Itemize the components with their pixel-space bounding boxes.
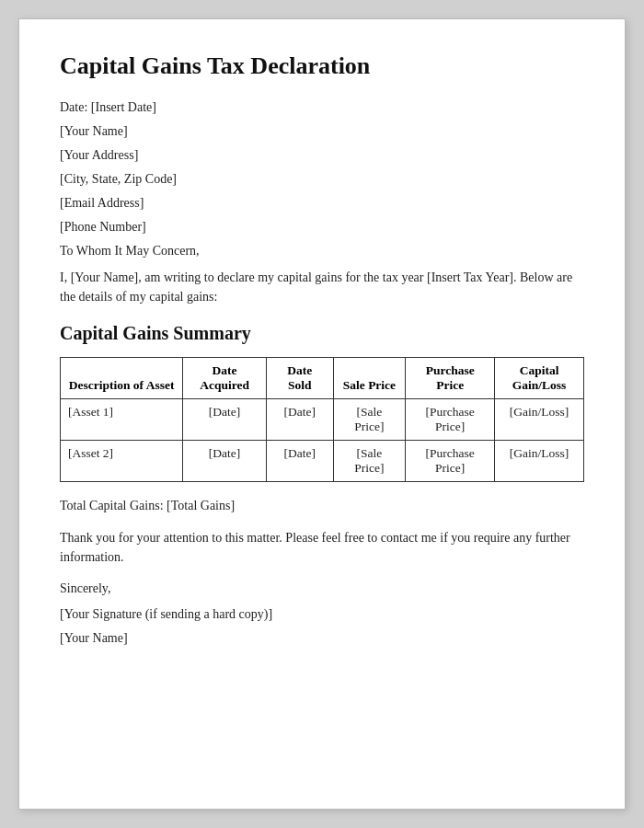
summary-section-title: Capital Gains Summary	[60, 323, 584, 344]
asset2-date-acquired: [Date]	[183, 441, 267, 482]
col-header-sale-price: Sale Price	[333, 358, 406, 399]
signature-line: [Your Signature (if sending a hard copy)…	[60, 607, 584, 622]
asset1-purchase-price: [Purchase Price]	[406, 399, 495, 441]
email-field: [Email Address]	[60, 196, 584, 211]
document-title: Capital Gains Tax Declaration	[60, 52, 584, 80]
asset2-purchase-price: [Purchase Price]	[406, 441, 495, 482]
asset1-date-acquired: [Date]	[183, 399, 267, 441]
asset2-date-sold: [Date]	[266, 441, 333, 482]
closing-paragraph: Thank you for your attention to this mat…	[60, 528, 584, 567]
name-field: [Your Name]	[60, 124, 584, 139]
total-capital-gains: Total Capital Gains: [Total Gains]	[60, 499, 584, 513]
final-name: [Your Name]	[60, 631, 584, 646]
date-field: Date: [Insert Date]	[60, 100, 584, 115]
asset2-sale-price: [Sale Price]	[333, 441, 406, 482]
address-field: [Your Address]	[60, 148, 584, 163]
asset1-gain-loss: [Gain/Loss]	[495, 399, 584, 441]
table-row: [Asset 1] [Date] [Date] [Sale Price] [Pu…	[61, 399, 584, 441]
sincerely-text: Sincerely,	[60, 581, 584, 596]
salutation-text: To Whom It May Concern,	[60, 244, 584, 259]
col-header-date-acquired: Date Acquired	[183, 358, 267, 399]
asset1-date-sold: [Date]	[266, 399, 333, 441]
asset2-gain-loss: [Gain/Loss]	[495, 441, 584, 482]
col-header-gain-loss: Capital Gain/Loss	[495, 358, 584, 399]
capital-gains-table: Description of Asset Date Acquired Date …	[60, 357, 584, 482]
table-header-row: Description of Asset Date Acquired Date …	[61, 358, 584, 399]
col-header-date-sold: Date Sold	[266, 358, 333, 399]
col-header-purchase-price: Purchase Price	[406, 358, 495, 399]
asset1-description: [Asset 1]	[61, 399, 183, 441]
col-header-description: Description of Asset	[61, 358, 183, 399]
asset1-sale-price: [Sale Price]	[333, 399, 406, 441]
document-container: Capital Gains Tax Declaration Date: [Ins…	[18, 18, 626, 810]
asset2-description: [Asset 2]	[61, 441, 183, 482]
city-field: [City, State, Zip Code]	[60, 172, 584, 187]
intro-paragraph: I, [Your Name], am writing to declare my…	[60, 268, 584, 306]
phone-field: [Phone Number]	[60, 220, 584, 235]
table-row: [Asset 2] [Date] [Date] [Sale Price] [Pu…	[61, 441, 584, 482]
